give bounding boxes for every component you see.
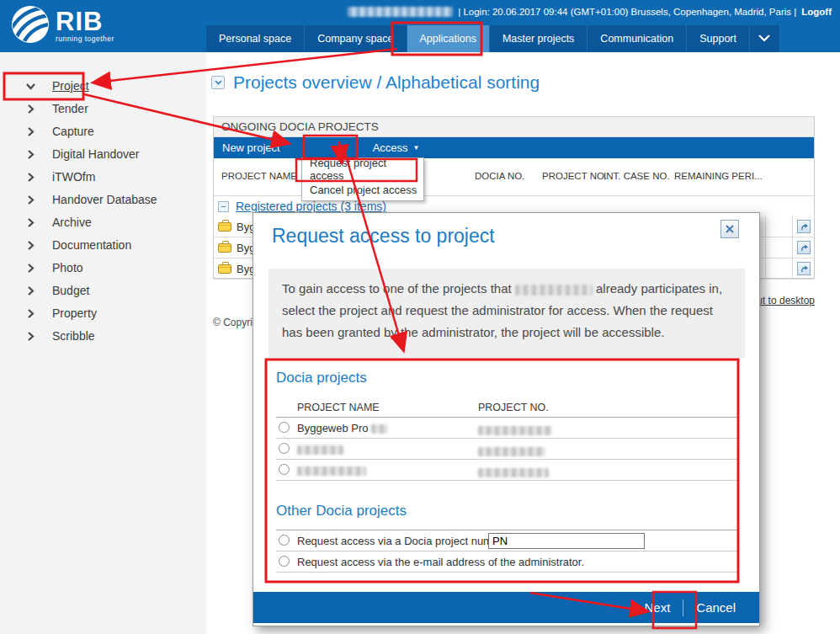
- nav-overflow-button[interactable]: [750, 25, 780, 52]
- sidebar-item-scribble[interactable]: Scribble: [0, 324, 206, 347]
- menu-item-cancel-project-access[interactable]: Cancel project access: [302, 179, 423, 200]
- collapse-group-icon[interactable]: −: [218, 201, 229, 212]
- dialog-column-project-no: PROJECT NO.: [478, 402, 549, 413]
- email-radio[interactable]: [279, 556, 290, 567]
- menu-item-request-project-access[interactable]: Request project access: [302, 158, 423, 179]
- main-nav: Personal space Company space Application…: [206, 25, 780, 52]
- open-project-icon[interactable]: [797, 241, 811, 254]
- chevron-right-icon: [25, 239, 36, 250]
- open-project-icon[interactable]: [797, 262, 811, 275]
- chevron-right-icon: [25, 285, 36, 296]
- project-briefcase-icon: [218, 243, 231, 253]
- other-docia-projects-heading: Other Docia projects: [276, 503, 407, 519]
- nav-tab-applications[interactable]: Applications: [407, 25, 490, 52]
- sidebar-item-capture[interactable]: Capture: [0, 120, 206, 142]
- dialog-column-project-name: PROJECT NAME: [297, 402, 380, 413]
- app-root: RIB running together | Login: 20.06.2017…: [0, 0, 840, 634]
- nav-tab-support[interactable]: Support: [687, 25, 750, 52]
- dialog-project-row[interactable]: [276, 460, 739, 481]
- open-project-icon[interactable]: [797, 220, 811, 233]
- project-number-input[interactable]: [488, 533, 645, 549]
- header-bar: RIB running together | Login: 20.06.2017…: [0, 0, 840, 52]
- sidebar-item-itwofm[interactable]: iTWOfm: [0, 165, 206, 188]
- column-project-no[interactable]: PROJECT NO.: [542, 171, 607, 181]
- chevron-right-icon: [25, 330, 36, 341]
- chevron-right-icon: [25, 103, 36, 114]
- grid-line: [765, 216, 766, 280]
- blurred-text: [297, 466, 366, 476]
- brand-name: RIB: [56, 8, 114, 36]
- chevron-right-icon: [25, 262, 36, 273]
- sidebar-item-budget[interactable]: Budget: [0, 279, 206, 301]
- dialog-description: To gain access to one of the projects th…: [268, 269, 745, 358]
- nav-tab-master-projects[interactable]: Master projects: [490, 25, 587, 52]
- close-x-icon: [726, 221, 734, 237]
- project-number-radio[interactable]: [279, 535, 290, 546]
- brand-tagline: running together: [56, 35, 114, 43]
- sidebar-item-photo[interactable]: Photo: [0, 256, 206, 279]
- chevron-down-icon: [758, 33, 770, 45]
- chevron-right-icon: [25, 148, 36, 159]
- dialog-project-row[interactable]: Byggeweb Pro: [276, 418, 739, 439]
- column-docia-no[interactable]: DOCIA NO.: [475, 171, 524, 181]
- sidebar-item-tender[interactable]: Tender: [0, 97, 206, 120]
- docia-projects-heading: Docia projects: [276, 370, 367, 386]
- chevron-right-icon: [25, 216, 36, 227]
- next-button[interactable]: Next: [631, 600, 683, 615]
- project-radio[interactable]: [279, 443, 290, 454]
- page-title-bar: Projects overview / Alphabetical sorting: [211, 72, 540, 93]
- collapse-section-icon[interactable]: [211, 76, 225, 89]
- chevron-right-icon: [25, 307, 36, 318]
- blurred-text: [297, 445, 343, 455]
- dialog-project-row[interactable]: [276, 439, 739, 460]
- sidebar-item-project[interactable]: Project: [0, 74, 206, 97]
- dialog-title: Request access to project: [272, 225, 495, 248]
- rib-logo[interactable]: RIB running together: [10, 4, 114, 48]
- access-button[interactable]: Access ▼: [364, 141, 428, 154]
- project-radio[interactable]: [279, 464, 290, 475]
- logoff-link[interactable]: Logoff: [801, 7, 832, 17]
- blurred-text: [478, 426, 552, 435]
- nav-tab-communication[interactable]: Communication: [587, 25, 687, 52]
- nav-tab-company-space[interactable]: Company space: [305, 25, 407, 52]
- chevron-right-icon: [25, 125, 36, 136]
- sidebar-item-property[interactable]: Property: [0, 301, 206, 324]
- nav-tab-personal-space[interactable]: Personal space: [206, 25, 305, 52]
- blurred-username: [348, 7, 453, 17]
- access-dropdown-menu: Request project access Cancel project ac…: [301, 157, 424, 201]
- table-section-header: ONGOING DOCIA PROJECTS: [214, 117, 814, 137]
- sidebar-item-handover-database[interactable]: Handover Database: [0, 188, 206, 210]
- option-email-row[interactable]: Request access via the e-mail address of…: [276, 551, 739, 573]
- other-options-table: Request access via a Docia project numbe…: [276, 530, 739, 573]
- group-label[interactable]: Registered projects (3 items): [236, 200, 386, 213]
- project-radio[interactable]: [279, 422, 290, 433]
- docia-projects-table: PROJECT NAME PROJECT NO. Byggeweb Pro: [276, 397, 739, 481]
- column-project-name[interactable]: PROJECT NAME: [221, 171, 297, 181]
- new-project-button[interactable]: New project: [214, 141, 289, 154]
- dialog-footer: Next Cancel: [253, 592, 759, 623]
- user-info: | Login: 20.06.2017 09:44 (GMT+01:00) Br…: [348, 7, 832, 17]
- close-button[interactable]: [720, 220, 739, 238]
- copyright-text: © Copyri: [213, 317, 253, 328]
- project-briefcase-icon: [218, 264, 231, 274]
- blurred-username: [515, 285, 593, 296]
- sidebar-item-documentation[interactable]: Documentation: [0, 233, 206, 256]
- rib-globe-icon: [10, 4, 51, 48]
- chevron-right-icon: [25, 194, 36, 205]
- desktop-shortcut-link[interactable]: ut to desktop: [757, 295, 815, 306]
- dropdown-caret-icon: ▼: [413, 145, 420, 152]
- blurred-text: [478, 468, 549, 477]
- blurred-text: [478, 447, 545, 456]
- option-project-number-row[interactable]: Request access via a Docia project numbe…: [276, 530, 739, 551]
- column-remaining-period[interactable]: REMAINING PERI...: [674, 171, 763, 181]
- cancel-button[interactable]: Cancel: [683, 600, 748, 615]
- sidebar-item-digital-handover[interactable]: Digital Handover: [0, 142, 206, 165]
- chevron-right-icon: [25, 171, 36, 182]
- blurred-text: [371, 424, 388, 434]
- request-access-dialog: Request access to project To gain access…: [253, 212, 760, 626]
- chevron-down-icon: [25, 80, 36, 91]
- sidebar-item-archive[interactable]: Archive: [0, 210, 206, 233]
- page-title: Projects overview / Alphabetical sorting: [233, 72, 540, 93]
- column-int-case-no[interactable]: INT. CASE NO.: [603, 171, 670, 181]
- sidebar: Project Tender Capture Digital Handover …: [0, 52, 206, 634]
